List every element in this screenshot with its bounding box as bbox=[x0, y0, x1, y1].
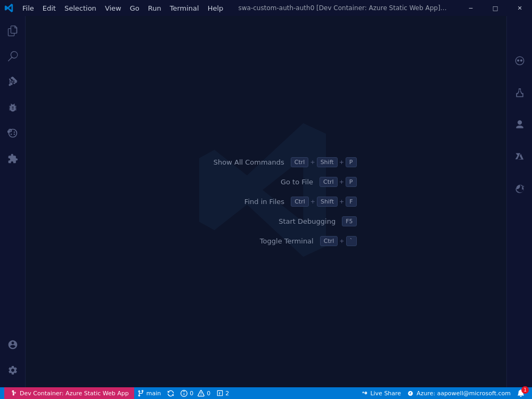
remote-icon bbox=[7, 128, 18, 139]
extensions-status-icon bbox=[217, 390, 223, 396]
title-bar: File Edit Selection View Go Run Terminal… bbox=[0, 0, 532, 16]
right-sidebar bbox=[506, 16, 532, 387]
activity-settings[interactable] bbox=[0, 357, 26, 383]
warnings-count: 0 bbox=[207, 390, 210, 397]
error-icon bbox=[181, 390, 187, 397]
key-shift: Shift bbox=[317, 157, 338, 167]
shortcut-go-to-file: Go to File Ctrl + P bbox=[176, 177, 357, 187]
live-share-label: Live Share bbox=[370, 390, 401, 397]
shortcut-show-all-commands: Show All Commands Ctrl + Shift + P bbox=[176, 157, 357, 167]
account-icon bbox=[7, 339, 18, 350]
maximize-button[interactable]: □ bbox=[483, 0, 508, 16]
errors-button[interactable]: 0 0 bbox=[177, 387, 214, 399]
shortcut-start-debugging: Start Debugging F5 bbox=[176, 216, 357, 226]
activity-extensions[interactable] bbox=[0, 146, 26, 172]
azure-account-label: Azure: aapowell@microsoft.com bbox=[416, 390, 511, 397]
find-in-files-keys: Ctrl + Shift + F bbox=[291, 197, 356, 207]
toggle-terminal-keys: Ctrl + ` bbox=[320, 236, 357, 246]
dev-container-label: Dev Container: Azure Static Web App bbox=[20, 390, 129, 397]
sync-icon bbox=[167, 390, 174, 397]
right-account-icon[interactable] bbox=[507, 112, 533, 137]
activity-git[interactable] bbox=[0, 69, 26, 95]
extensions-icon bbox=[7, 153, 18, 164]
toggle-terminal-label: Toggle Terminal bbox=[176, 237, 314, 245]
start-debugging-label: Start Debugging bbox=[176, 217, 336, 225]
menu-selection[interactable]: Selection bbox=[60, 3, 101, 14]
activity-search[interactable] bbox=[0, 44, 26, 69]
shortcut-toggle-terminal: Toggle Terminal Ctrl + ` bbox=[176, 236, 357, 246]
explorer-icon bbox=[7, 26, 18, 36]
right-azure-icon[interactable] bbox=[507, 144, 533, 169]
shortcut-find-in-files: Find in Files Ctrl + Shift + F bbox=[176, 197, 357, 207]
status-right: Live Share Azure: aapowell@microsoft.com… bbox=[358, 387, 528, 399]
branch-icon bbox=[137, 390, 144, 397]
extensions-count: 2 bbox=[225, 390, 229, 397]
key-backtick: ` bbox=[346, 236, 357, 246]
settings-icon bbox=[7, 365, 18, 376]
errors-count: 0 bbox=[190, 390, 193, 397]
start-debugging-keys: F5 bbox=[342, 216, 356, 226]
git-icon bbox=[7, 77, 18, 87]
dev-container-button[interactable]: Dev Container: Azure Static Web App bbox=[4, 387, 134, 399]
right-copilot-icon[interactable] bbox=[507, 48, 533, 74]
activity-bottom bbox=[0, 332, 26, 387]
branch-label: main bbox=[146, 390, 161, 397]
menu-file[interactable]: File bbox=[18, 3, 38, 14]
extensions-count-button[interactable]: 2 bbox=[214, 387, 232, 399]
welcome-content: Show All Commands Ctrl + Shift + P Go to… bbox=[176, 157, 357, 246]
branch-button[interactable]: main bbox=[134, 387, 164, 399]
find-in-files-label: Find in Files bbox=[176, 198, 285, 206]
menu-go[interactable]: Go bbox=[126, 3, 144, 14]
activity-account[interactable] bbox=[0, 332, 26, 357]
debug-icon bbox=[7, 102, 18, 113]
testing-icon bbox=[514, 87, 525, 98]
right-edge-icon[interactable] bbox=[507, 176, 533, 201]
activity-debug[interactable] bbox=[0, 95, 26, 120]
warning-icon bbox=[198, 390, 204, 397]
status-bar: Dev Container: Azure Static Web App main… bbox=[0, 387, 532, 399]
copilot-icon bbox=[514, 55, 525, 66]
key-ctrl-4: Ctrl bbox=[320, 236, 338, 246]
activity-explorer[interactable] bbox=[0, 18, 26, 44]
window-title: swa-custom-auth-auth0 [Dev Container: Az… bbox=[228, 4, 459, 12]
minimize-button[interactable]: ─ bbox=[459, 0, 483, 16]
menu-edit[interactable]: Edit bbox=[38, 3, 60, 14]
live-share-icon bbox=[361, 390, 368, 397]
close-button[interactable]: ✕ bbox=[508, 0, 532, 16]
go-to-file-label: Go to File bbox=[176, 178, 314, 186]
key-ctrl: Ctrl bbox=[291, 157, 309, 167]
right-testing-icon[interactable] bbox=[507, 80, 533, 105]
search-icon bbox=[7, 51, 18, 62]
edge-icon bbox=[514, 183, 525, 194]
menu-help[interactable]: Help bbox=[203, 3, 228, 14]
key-p: P bbox=[346, 157, 357, 167]
activity-remote[interactable] bbox=[0, 120, 26, 146]
show-all-commands-keys: Ctrl + Shift + P bbox=[291, 157, 357, 167]
key-f: F bbox=[346, 197, 356, 207]
key-shift-2: Shift bbox=[317, 197, 338, 207]
menu-bar: File Edit Selection View Go Run Terminal… bbox=[18, 3, 228, 14]
key-f5: F5 bbox=[342, 216, 356, 226]
azure-status-icon bbox=[407, 390, 414, 397]
notification-badge: 1 bbox=[521, 386, 529, 394]
remote-status-icon bbox=[10, 389, 17, 397]
live-share-button[interactable]: Live Share bbox=[358, 387, 404, 399]
account-icon-right bbox=[514, 119, 525, 130]
editor-area: Show All Commands Ctrl + Shift + P Go to… bbox=[26, 16, 506, 387]
menu-view[interactable]: View bbox=[101, 3, 126, 14]
go-to-file-keys: Ctrl + P bbox=[320, 177, 356, 187]
vscode-icon bbox=[4, 3, 14, 13]
key-ctrl-2: Ctrl bbox=[320, 177, 338, 187]
main-layout: Show All Commands Ctrl + Shift + P Go to… bbox=[0, 16, 532, 387]
notifications-button[interactable]: 1 bbox=[514, 387, 528, 399]
key-p-2: P bbox=[346, 177, 357, 187]
menu-run[interactable]: Run bbox=[144, 3, 166, 14]
sync-button[interactable] bbox=[164, 387, 177, 399]
menu-terminal[interactable]: Terminal bbox=[166, 3, 203, 14]
key-ctrl-3: Ctrl bbox=[291, 197, 309, 207]
azure-account-button[interactable]: Azure: aapowell@microsoft.com bbox=[404, 387, 514, 399]
window-controls: ─ □ ✕ bbox=[459, 0, 532, 16]
show-all-commands-label: Show All Commands bbox=[176, 158, 284, 166]
activity-bar bbox=[0, 16, 26, 387]
azure-icon bbox=[514, 151, 525, 162]
